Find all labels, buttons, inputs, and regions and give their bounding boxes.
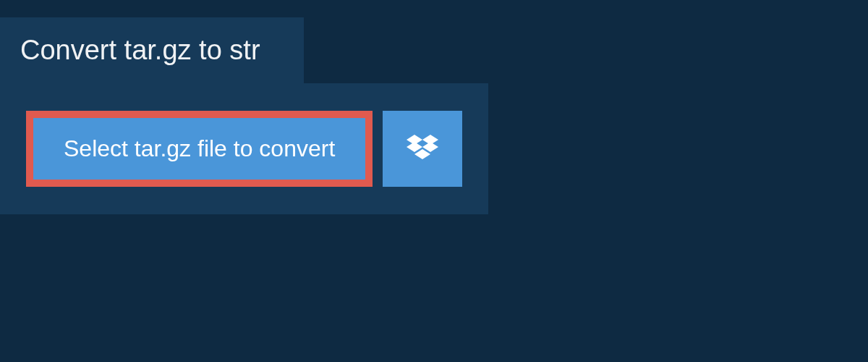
select-file-label: Select tar.gz file to convert <box>64 135 335 162</box>
header-tab: Convert tar.gz to str <box>0 17 304 83</box>
dropbox-button[interactable] <box>383 111 462 187</box>
page-title: Convert tar.gz to str <box>20 35 260 66</box>
select-file-button[interactable]: Select tar.gz file to convert <box>26 111 373 187</box>
upload-panel: Select tar.gz file to convert <box>0 83 488 214</box>
dropbox-icon <box>407 135 438 164</box>
